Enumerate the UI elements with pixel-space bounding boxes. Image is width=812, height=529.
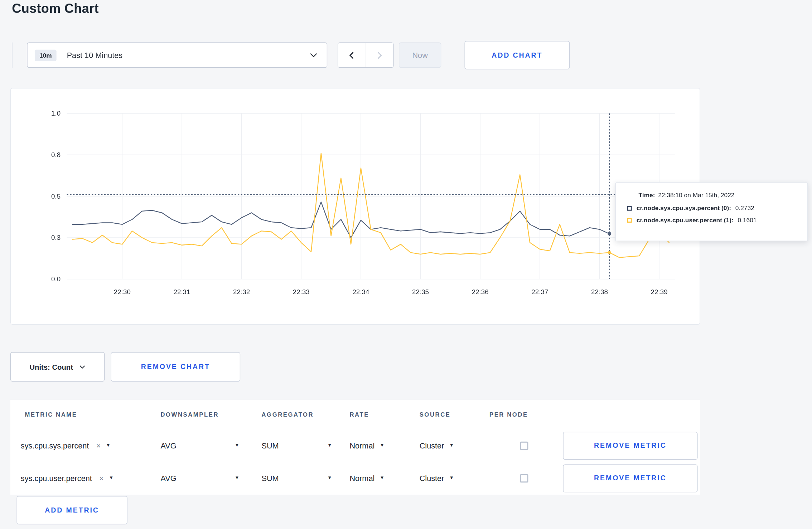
tooltip-series-row: cr.node.sys.cpu.sys.percent (0): 0.2732 xyxy=(627,204,798,212)
custom-chart-page: Custom Chart 10m Past 10 Minutes Now ADD… xyxy=(0,0,812,529)
tooltip-series-value: 0.2732 xyxy=(735,204,754,212)
tooltip-series-value: 0.1601 xyxy=(738,217,757,224)
chart-tooltip: Time:22:38:10 on Mar 15th, 2022 cr.node.… xyxy=(615,182,808,241)
aggregator-value: SUM xyxy=(261,474,279,483)
caret-down-icon: ▼ xyxy=(327,476,332,480)
caret-down-icon: ▼ xyxy=(380,476,385,480)
svg-text:22:39: 22:39 xyxy=(651,288,668,296)
remove-chart-button[interactable]: REMOVE CHART xyxy=(111,352,241,382)
metric-table-header: METRIC NAME DOWNSAMPLER AGGREGATOR RATE … xyxy=(10,400,700,429)
tooltip-series-label: cr.node.sys.cpu.user.percent (1): xyxy=(637,217,734,224)
header-per-node: PER NODE xyxy=(485,411,563,417)
svg-text:1.0: 1.0 xyxy=(51,110,61,117)
svg-text:22:38: 22:38 xyxy=(591,288,608,296)
metric-table: METRIC NAME DOWNSAMPLER AGGREGATOR RATE … xyxy=(10,400,700,495)
chevron-down-icon xyxy=(310,53,318,58)
now-button[interactable]: Now xyxy=(399,43,441,68)
header-source: SOURCE xyxy=(415,411,485,417)
rate-value: Normal xyxy=(349,474,374,483)
series-user-swatch-icon xyxy=(627,218,632,222)
tooltip-series-label: cr.node.sys.cpu.sys.percent (0): xyxy=(637,204,731,212)
downsampler-select[interactable]: AVG ▼ xyxy=(160,474,239,483)
rate-value: Normal xyxy=(349,441,374,450)
time-nav-group xyxy=(338,43,393,68)
chevron-left-icon xyxy=(349,51,354,59)
downsampler-select[interactable]: AVG ▼ xyxy=(160,441,239,450)
source-select[interactable]: Cluster ▼ xyxy=(420,441,485,450)
metric-name-value: sys.cpu.user.percent xyxy=(21,474,92,483)
svg-text:22:30: 22:30 xyxy=(114,288,131,296)
caret-down-icon: ▼ xyxy=(235,443,239,448)
time-range-badge: 10m xyxy=(35,49,57,61)
caret-down-icon: ▼ xyxy=(109,476,113,480)
time-next-button[interactable] xyxy=(366,43,393,67)
tooltip-time-label: Time: xyxy=(639,191,655,199)
header-aggregator: AGGREGATOR xyxy=(257,411,345,417)
svg-text:0.5: 0.5 xyxy=(51,193,61,200)
svg-text:22:32: 22:32 xyxy=(233,288,250,296)
remove-metric-button[interactable]: REMOVE METRIC xyxy=(563,464,697,492)
tooltip-series-row: cr.node.sys.cpu.user.percent (1): 0.1601 xyxy=(627,217,798,224)
aggregator-select[interactable]: SUM ▼ xyxy=(261,441,332,450)
svg-text:0.8: 0.8 xyxy=(51,151,61,159)
add-chart-button[interactable]: ADD CHART xyxy=(465,41,570,69)
source-select[interactable]: Cluster ▼ xyxy=(420,474,485,483)
caret-down-icon: ▼ xyxy=(449,443,454,448)
aggregator-select[interactable]: SUM ▼ xyxy=(261,474,332,483)
per-node-checkbox[interactable] xyxy=(520,474,528,482)
header-metric-name: METRIC NAME xyxy=(21,411,156,417)
caret-down-icon: ▼ xyxy=(327,443,332,448)
metric-name-value: sys.cpu.sys.percent xyxy=(21,441,89,450)
svg-text:22:37: 22:37 xyxy=(531,288,548,296)
add-metric-button[interactable]: ADD METRIC xyxy=(16,496,127,525)
source-value: Cluster xyxy=(420,441,444,450)
downsampler-value: AVG xyxy=(160,441,176,450)
time-range-label: Past 10 Minutes xyxy=(67,51,310,60)
per-node-checkbox[interactable] xyxy=(520,441,528,450)
svg-text:22:34: 22:34 xyxy=(352,288,369,296)
caret-down-icon: ▼ xyxy=(449,476,454,480)
chevron-down-icon xyxy=(79,365,85,369)
svg-text:0.0: 0.0 xyxy=(51,275,61,283)
chart-card: 0.00.30.50.81.022:3022:3122:3222:3322:34… xyxy=(10,88,700,325)
clear-icon[interactable]: × xyxy=(99,474,104,482)
chevron-right-icon xyxy=(377,51,382,59)
svg-text:22:35: 22:35 xyxy=(412,288,429,296)
metric-name-select[interactable]: sys.cpu.sys.percent × ▼ xyxy=(21,441,156,450)
header-downsampler: DOWNSAMPLER xyxy=(156,411,257,417)
caret-down-icon: ▼ xyxy=(106,443,111,448)
rate-select[interactable]: Normal ▼ xyxy=(349,441,415,450)
chart-canvas[interactable]: 0.00.30.50.81.022:3022:3122:3222:3322:34… xyxy=(11,88,700,324)
svg-text:22:33: 22:33 xyxy=(293,288,310,296)
aggregator-value: SUM xyxy=(261,441,279,450)
remove-metric-button[interactable]: REMOVE METRIC xyxy=(563,432,697,460)
source-value: Cluster xyxy=(420,474,444,483)
downsampler-value: AVG xyxy=(160,474,176,483)
caret-down-icon: ▼ xyxy=(380,443,385,448)
time-range-select[interactable]: 10m Past 10 Minutes xyxy=(27,43,327,68)
units-label: Units: Count xyxy=(29,363,73,371)
time-prev-button[interactable] xyxy=(338,43,366,67)
tooltip-time: Time:22:38:10 on Mar 15th, 2022 xyxy=(639,191,798,199)
header-rate: RATE xyxy=(345,411,415,417)
caret-down-icon: ▼ xyxy=(235,476,239,480)
clear-icon[interactable]: × xyxy=(96,442,101,450)
units-select[interactable]: Units: Count xyxy=(10,352,105,382)
svg-text:0.3: 0.3 xyxy=(51,234,61,241)
series-sys-swatch-icon xyxy=(627,206,632,210)
metric-name-select[interactable]: sys.cpu.user.percent × ▼ xyxy=(21,474,156,483)
page-title: Custom Chart xyxy=(12,1,99,16)
metric-row: sys.cpu.sys.percent × ▼ AVG ▼ SUM ▼ xyxy=(10,429,700,462)
tooltip-time-value: 22:38:10 on Mar 15th, 2022 xyxy=(658,191,734,199)
svg-text:22:36: 22:36 xyxy=(472,288,489,296)
toolbar-divider xyxy=(12,43,12,68)
svg-text:22:31: 22:31 xyxy=(173,288,190,296)
metric-row: sys.cpu.user.percent × ▼ AVG ▼ SUM ▼ xyxy=(10,462,700,494)
rate-select[interactable]: Normal ▼ xyxy=(349,474,415,483)
